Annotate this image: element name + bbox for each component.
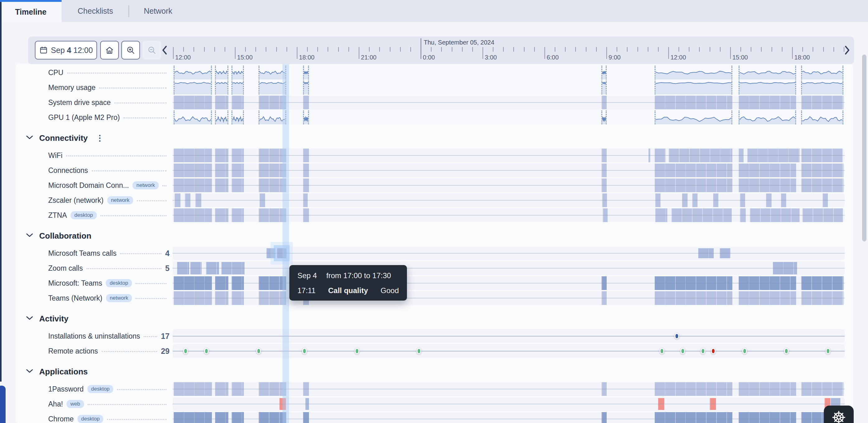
row-midline: [173, 283, 845, 283]
row-track[interactable]: [173, 291, 845, 305]
ruler-minor-tick: [823, 47, 824, 52]
row-track[interactable]: [173, 397, 845, 411]
ruler-minor-tick: [317, 47, 318, 52]
time-ruler: 12:0015:0018:0021:000:00Thu, September 0…: [173, 36, 845, 64]
event-dot-green[interactable]: [256, 348, 261, 354]
sparkline-chart: [802, 66, 842, 79]
row-midline: [173, 200, 845, 201]
left-nav-rail: [0, 2, 2, 382]
usage-segment[interactable]: [231, 412, 244, 423]
tab-bar: TimelineChecklistsNetwork: [0, 0, 868, 22]
ruler-minor-tick: [462, 47, 463, 52]
timeline-row-zoom-calls: Zoom calls5: [17, 261, 852, 276]
usage-segment[interactable]: [258, 412, 286, 423]
sparkline-segment: [801, 111, 843, 124]
event-dot-green[interactable]: [204, 348, 209, 354]
row-track[interactable]: [173, 193, 845, 207]
row-track[interactable]: [173, 95, 845, 109]
timeline-row-gpu-1-apple-m2-pro: GPU 1 (Apple M2 Pro): [17, 110, 852, 125]
sparkline-chart: [802, 111, 842, 124]
ruler-tick-label: 12:00: [175, 54, 191, 61]
row-label: WiFi: [48, 151, 63, 160]
row-track[interactable]: [173, 344, 845, 358]
event-dot-green[interactable]: [659, 348, 664, 354]
row-track[interactable]: [173, 261, 845, 275]
sparkline-segment: [258, 81, 286, 94]
row-label: Zscaler (network): [48, 196, 103, 205]
row-track[interactable]: [173, 164, 845, 177]
timeline-row-chrome: Chromedesktop: [17, 412, 852, 423]
sparkline-segment: [655, 81, 733, 94]
dotted-leader: [144, 336, 157, 337]
row-track[interactable]: [173, 148, 845, 162]
support-button[interactable]: [824, 405, 854, 423]
row-track[interactable]: [173, 81, 845, 94]
row-track[interactable]: [173, 246, 845, 260]
calendar-icon: [39, 46, 48, 55]
event-dot-green[interactable]: [355, 348, 359, 354]
section-collapse-chevron-icon[interactable]: [26, 233, 33, 238]
section-kebab-menu-icon[interactable]: ⋮: [96, 136, 104, 140]
ruler-minor-tick: [513, 47, 514, 52]
row-track[interactable]: [173, 178, 845, 192]
zoom-in-button[interactable]: [121, 41, 140, 59]
row-labelzone: Remote actions29: [17, 344, 173, 359]
event-dot-green[interactable]: [680, 348, 685, 354]
event-dot-green[interactable]: [183, 348, 188, 354]
section-collapse-chevron-icon[interactable]: [26, 369, 33, 374]
vertical-scrollbar[interactable]: [862, 55, 866, 242]
row-track[interactable]: [173, 208, 845, 222]
zoom-out-button[interactable]: [143, 41, 161, 59]
event-dot-green[interactable]: [742, 348, 747, 354]
tab-timeline[interactable]: Timeline: [0, 0, 62, 22]
ruler-minor-tick: [751, 47, 751, 52]
event-dot-green[interactable]: [302, 348, 307, 354]
home-button[interactable]: [100, 41, 119, 59]
event-dot-green[interactable]: [701, 348, 705, 354]
row-track[interactable]: [173, 329, 845, 343]
section-collapse-chevron-icon[interactable]: [26, 135, 33, 141]
sparkline-segment: [601, 111, 607, 124]
chevron-right-icon: [843, 43, 851, 57]
ruler-minor-tick: [617, 47, 617, 52]
ruler-minor-tick: [565, 47, 566, 52]
section-collapse-chevron-icon[interactable]: [26, 316, 33, 321]
feedback-tab-handle[interactable]: [0, 386, 6, 423]
usage-segment[interactable]: [215, 412, 228, 423]
row-label: CPU: [48, 68, 63, 77]
event-dot-blue[interactable]: [675, 333, 679, 339]
row-track[interactable]: [173, 66, 845, 79]
tab-checklists[interactable]: Checklists: [62, 0, 128, 22]
usage-segment[interactable]: [303, 412, 309, 423]
row-label: Microsoft Teams calls: [48, 249, 116, 258]
ruler-tick-label: 3:00: [485, 54, 497, 61]
row-labelzone: Teams (Network)network: [17, 291, 173, 306]
tab-network[interactable]: Network: [128, 0, 188, 22]
event-dot-green[interactable]: [784, 348, 789, 354]
dotted-leader: [136, 283, 166, 284]
row-track[interactable]: [173, 382, 845, 396]
ruler-minor-tick: [679, 47, 679, 52]
row-track[interactable]: [173, 111, 845, 124]
usage-segment[interactable]: [174, 412, 212, 423]
event-dot-red[interactable]: [711, 348, 716, 354]
event-dot-green[interactable]: [416, 348, 421, 354]
row-track[interactable]: [173, 412, 845, 423]
usage-segment[interactable]: [601, 412, 607, 423]
ruler-major-tick: [668, 47, 669, 59]
row-label: System drive space: [48, 98, 111, 107]
ruler-minor-tick: [307, 47, 308, 52]
ruler-minor-tick: [431, 47, 432, 52]
pan-left-button[interactable]: [160, 43, 168, 57]
usage-segment[interactable]: [655, 412, 733, 423]
ruler-tick-label: 12:00: [671, 54, 686, 61]
row-badge-network: network: [132, 181, 159, 189]
section-header-collaboration: Collaboration: [17, 230, 852, 242]
dotted-leader: [137, 200, 166, 201]
sparkline-chart: [216, 111, 227, 124]
row-track[interactable]: [173, 276, 845, 290]
event-dot-green[interactable]: [826, 348, 830, 354]
usage-segment[interactable]: [739, 412, 797, 423]
date-picker-button[interactable]: Sep 4 12:00: [35, 41, 97, 59]
pan-right-button[interactable]: [843, 43, 851, 57]
